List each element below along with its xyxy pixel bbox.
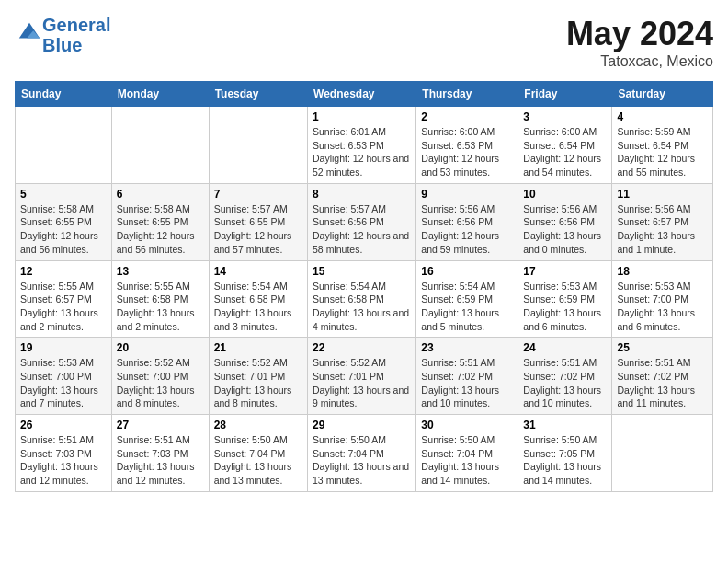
- header-day-monday: Monday: [111, 82, 209, 107]
- day-detail: Sunrise: 5:51 AMSunset: 7:02 PMDaylight:…: [523, 356, 607, 410]
- page-header: General Blue May 2024 Tatoxcac, Mexico: [15, 15, 713, 70]
- calendar-cell: 17 Sunrise: 5:53 AMSunset: 6:59 PMDaylig…: [518, 260, 612, 338]
- day-number: 22: [313, 341, 411, 354]
- main-title: May 2024: [566, 15, 713, 53]
- header-day-sunday: Sunday: [16, 82, 112, 107]
- day-detail: Sunrise: 6:01 AMSunset: 6:53 PMDaylight:…: [313, 125, 411, 179]
- calendar-cell: 1 Sunrise: 6:01 AMSunset: 6:53 PMDayligh…: [308, 107, 416, 184]
- day-number: 13: [117, 265, 204, 278]
- day-number: 21: [214, 341, 302, 354]
- day-detail: Sunrise: 5:53 AMSunset: 7:00 PMDaylight:…: [20, 356, 107, 410]
- day-detail: Sunrise: 5:53 AMSunset: 6:59 PMDaylight:…: [523, 280, 607, 334]
- calendar-cell: 16 Sunrise: 5:54 AMSunset: 6:59 PMDaylig…: [416, 260, 518, 338]
- day-number: 6: [117, 188, 204, 201]
- day-detail: Sunrise: 5:54 AMSunset: 6:58 PMDaylight:…: [313, 280, 411, 334]
- day-detail: Sunrise: 5:50 AMSunset: 7:04 PMDaylight:…: [313, 433, 411, 488]
- day-detail: Sunrise: 5:55 AMSunset: 6:58 PMDaylight:…: [117, 280, 204, 334]
- day-detail: Sunrise: 5:53 AMSunset: 7:00 PMDaylight:…: [617, 280, 708, 334]
- calendar-cell: 19 Sunrise: 5:53 AMSunset: 7:00 PMDaylig…: [16, 338, 112, 415]
- day-number: 30: [421, 419, 513, 431]
- day-detail: Sunrise: 5:51 AMSunset: 7:02 PMDaylight:…: [421, 356, 513, 410]
- calendar-cell: 25 Sunrise: 5:51 AMSunset: 7:02 PMDaylig…: [612, 338, 713, 415]
- calendar-cell: [612, 415, 713, 492]
- calendar-cell: [209, 107, 307, 184]
- day-number: 17: [523, 265, 607, 278]
- day-number: 5: [20, 188, 107, 201]
- day-number: 20: [117, 341, 204, 354]
- day-detail: Sunrise: 5:55 AMSunset: 6:57 PMDaylight:…: [20, 280, 107, 334]
- day-detail: Sunrise: 5:58 AMSunset: 6:55 PMDaylight:…: [20, 202, 107, 257]
- calendar-week-5: 26 Sunrise: 5:51 AMSunset: 7:03 PMDaylig…: [16, 415, 713, 492]
- calendar-cell: 28 Sunrise: 5:50 AMSunset: 7:04 PMDaylig…: [209, 415, 307, 492]
- logo-line2: Blue: [42, 35, 82, 55]
- day-detail: Sunrise: 5:52 AMSunset: 7:00 PMDaylight:…: [117, 356, 204, 410]
- day-number: 24: [523, 341, 607, 354]
- calendar-cell: 13 Sunrise: 5:55 AMSunset: 6:58 PMDaylig…: [111, 260, 209, 338]
- header-day-wednesday: Wednesday: [308, 82, 416, 107]
- day-number: 1: [313, 110, 411, 123]
- calendar-cell: 6 Sunrise: 5:58 AMSunset: 6:55 PMDayligh…: [111, 183, 209, 260]
- calendar-cell: 4 Sunrise: 5:59 AMSunset: 6:54 PMDayligh…: [612, 107, 713, 184]
- day-number: 15: [313, 265, 411, 278]
- day-detail: Sunrise: 5:52 AMSunset: 7:01 PMDaylight:…: [313, 356, 411, 410]
- header-day-tuesday: Tuesday: [209, 82, 307, 107]
- day-detail: Sunrise: 6:00 AMSunset: 6:53 PMDaylight:…: [421, 125, 513, 179]
- calendar-cell: [16, 107, 112, 184]
- calendar-cell: 11 Sunrise: 5:56 AMSunset: 6:57 PMDaylig…: [612, 183, 713, 260]
- calendar-cell: 15 Sunrise: 5:54 AMSunset: 6:58 PMDaylig…: [308, 260, 416, 338]
- day-number: 11: [617, 188, 708, 201]
- calendar-cell: 23 Sunrise: 5:51 AMSunset: 7:02 PMDaylig…: [416, 338, 518, 415]
- day-detail: Sunrise: 5:51 AMSunset: 7:03 PMDaylight:…: [117, 433, 204, 488]
- day-detail: Sunrise: 5:54 AMSunset: 6:58 PMDaylight:…: [214, 280, 302, 334]
- calendar-cell: [111, 107, 209, 184]
- day-number: 29: [313, 419, 411, 431]
- calendar-cell: 12 Sunrise: 5:55 AMSunset: 6:57 PMDaylig…: [16, 260, 112, 338]
- day-detail: Sunrise: 5:58 AMSunset: 6:55 PMDaylight:…: [117, 202, 204, 257]
- calendar-cell: 10 Sunrise: 5:56 AMSunset: 6:56 PMDaylig…: [518, 183, 612, 260]
- calendar-cell: 27 Sunrise: 5:51 AMSunset: 7:03 PMDaylig…: [111, 415, 209, 492]
- day-number: 8: [313, 188, 411, 201]
- day-number: 4: [617, 110, 708, 123]
- subtitle: Tatoxcac, Mexico: [566, 53, 713, 70]
- day-number: 19: [20, 341, 107, 354]
- day-detail: Sunrise: 5:56 AMSunset: 6:56 PMDaylight:…: [523, 202, 607, 257]
- day-number: 16: [421, 265, 513, 278]
- day-number: 31: [523, 419, 607, 431]
- day-detail: Sunrise: 5:57 AMSunset: 6:56 PMDaylight:…: [313, 202, 411, 257]
- calendar-week-1: 1 Sunrise: 6:01 AMSunset: 6:53 PMDayligh…: [16, 107, 713, 184]
- logo-icon: [17, 20, 42, 46]
- calendar-cell: 14 Sunrise: 5:54 AMSunset: 6:58 PMDaylig…: [209, 260, 307, 338]
- calendar-cell: 8 Sunrise: 5:57 AMSunset: 6:56 PMDayligh…: [308, 183, 416, 260]
- day-detail: Sunrise: 6:00 AMSunset: 6:54 PMDaylight:…: [523, 125, 607, 179]
- calendar-cell: 22 Sunrise: 5:52 AMSunset: 7:01 PMDaylig…: [308, 338, 416, 415]
- day-detail: Sunrise: 5:56 AMSunset: 6:56 PMDaylight:…: [421, 202, 513, 257]
- calendar-cell: 24 Sunrise: 5:51 AMSunset: 7:02 PMDaylig…: [518, 338, 612, 415]
- day-number: 27: [117, 419, 204, 431]
- calendar-table: SundayMondayTuesdayWednesdayThursdayFrid…: [15, 81, 713, 492]
- day-number: 9: [421, 188, 513, 201]
- calendar-week-2: 5 Sunrise: 5:58 AMSunset: 6:55 PMDayligh…: [16, 183, 713, 260]
- calendar-week-4: 19 Sunrise: 5:53 AMSunset: 7:00 PMDaylig…: [16, 338, 713, 415]
- calendar-cell: 2 Sunrise: 6:00 AMSunset: 6:53 PMDayligh…: [416, 107, 518, 184]
- day-number: 12: [20, 265, 107, 278]
- calendar-cell: 30 Sunrise: 5:50 AMSunset: 7:04 PMDaylig…: [416, 415, 518, 492]
- day-number: 7: [214, 188, 302, 201]
- calendar-cell: 20 Sunrise: 5:52 AMSunset: 7:00 PMDaylig…: [111, 338, 209, 415]
- calendar-cell: 5 Sunrise: 5:58 AMSunset: 6:55 PMDayligh…: [16, 183, 112, 260]
- day-detail: Sunrise: 5:56 AMSunset: 6:57 PMDaylight:…: [617, 202, 708, 257]
- day-detail: Sunrise: 5:50 AMSunset: 7:04 PMDaylight:…: [421, 433, 513, 488]
- calendar-cell: 31 Sunrise: 5:50 AMSunset: 7:05 PMDaylig…: [518, 415, 612, 492]
- day-number: 23: [421, 341, 513, 354]
- day-detail: Sunrise: 5:52 AMSunset: 7:01 PMDaylight:…: [214, 356, 302, 410]
- calendar-cell: 9 Sunrise: 5:56 AMSunset: 6:56 PMDayligh…: [416, 183, 518, 260]
- day-detail: Sunrise: 5:59 AMSunset: 6:54 PMDaylight:…: [617, 125, 708, 179]
- calendar-cell: 7 Sunrise: 5:57 AMSunset: 6:55 PMDayligh…: [209, 183, 307, 260]
- day-detail: Sunrise: 5:50 AMSunset: 7:05 PMDaylight:…: [523, 433, 607, 488]
- day-number: 10: [523, 188, 607, 201]
- day-detail: Sunrise: 5:50 AMSunset: 7:04 PMDaylight:…: [214, 433, 302, 488]
- calendar-header-row: SundayMondayTuesdayWednesdayThursdayFrid…: [16, 82, 713, 107]
- calendar-cell: 18 Sunrise: 5:53 AMSunset: 7:00 PMDaylig…: [612, 260, 713, 338]
- calendar-cell: 21 Sunrise: 5:52 AMSunset: 7:01 PMDaylig…: [209, 338, 307, 415]
- title-block: May 2024 Tatoxcac, Mexico: [566, 15, 713, 70]
- day-number: 26: [20, 419, 107, 431]
